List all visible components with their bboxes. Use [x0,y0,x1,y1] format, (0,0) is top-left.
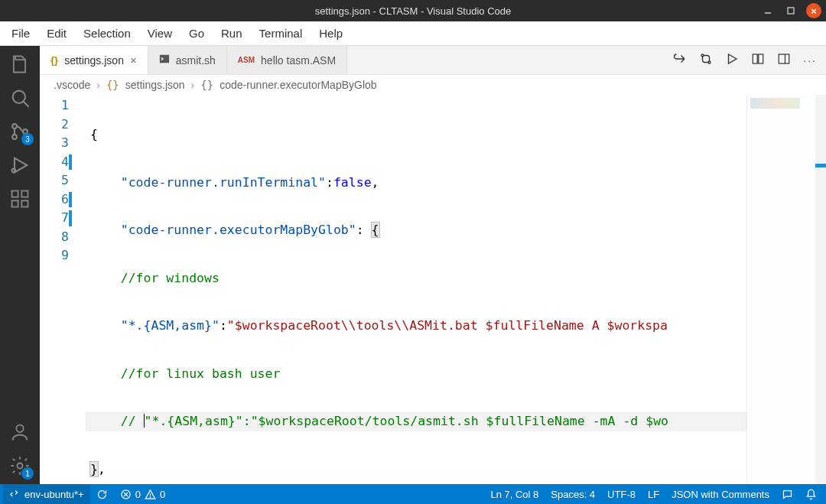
window-minimize[interactable] [760,3,776,18]
language-mode[interactable]: JSON with Comments [665,489,776,500]
chevron-right-icon: › [191,79,195,91]
activitybar: 3 1 [0,46,40,484]
menu-file[interactable]: File [3,24,38,43]
tab-label: asmit.sh [176,54,216,67]
svg-rect-9 [12,200,18,206]
svg-point-16 [708,61,711,63]
svg-point-2 [13,91,25,103]
cursor-position[interactable]: Ln 7, Col 8 [484,489,545,500]
scm-badge: 3 [21,133,34,145]
tab-hello-tasm[interactable]: ASM hello tasm.ASM [227,46,347,74]
gutter: 1 2 3 4 5 6 7 8 9 [40,95,86,484]
accounts-icon[interactable] [9,421,31,443]
svg-point-12 [16,425,23,432]
scroll-change-mark [815,164,826,167]
code-editor[interactable]: 1 2 3 4 5 6 7 8 9 { "code-runner.runInTe… [40,95,826,484]
code-content[interactable]: { "code-runner.runInTerminal":false, "co… [86,95,746,484]
source-control-icon[interactable]: 3 [9,121,31,142]
menu-help[interactable]: Help [311,24,351,43]
warning-icon [145,489,156,500]
code-runner-stop-icon[interactable] [673,52,687,68]
svg-point-7 [12,169,16,173]
close-icon: × [811,5,817,17]
eol[interactable]: LF [642,489,665,500]
sync-button[interactable] [90,484,114,504]
chevron-right-icon: › [96,79,100,91]
svg-point-4 [12,124,17,128]
svg-rect-18 [759,54,763,63]
breadcrumbs[interactable]: .vscode › {} settings.json › {} code-run… [40,75,826,95]
svg-rect-10 [21,200,28,206]
editor-tabs: {} settings.json × asmit.sh ASM hello ta… [40,46,826,75]
run-code-icon[interactable] [725,52,739,68]
svg-rect-19 [779,54,790,63]
sync-icon [96,489,108,500]
menu-selection[interactable]: Selection [75,24,139,43]
asm-icon: ASM [238,56,255,64]
svg-point-13 [18,463,23,469]
settings-badge: 1 [21,467,34,480]
breadcrumb-symbol[interactable]: code-runner.executorMapByGlob [220,79,376,91]
search-icon[interactable] [9,87,31,109]
svg-rect-8 [12,191,18,197]
remote-icon [9,489,21,500]
tab-close-icon[interactable]: × [130,54,137,67]
menu-go[interactable]: Go [180,24,213,43]
window-maximize[interactable] [783,3,798,18]
minimap-content [750,98,800,109]
feedback-icon[interactable] [776,489,799,500]
encoding[interactable]: UTF-8 [601,489,642,500]
breadcrumb-folder[interactable]: .vscode [54,79,90,91]
explorer-icon[interactable] [9,54,31,75]
minimap[interactable] [746,95,815,484]
git-compare-icon[interactable] [699,52,713,68]
menu-terminal[interactable]: Terminal [251,24,311,43]
json-icon: {} [106,79,119,91]
braces-icon: {} [200,79,213,91]
svg-rect-17 [753,54,758,63]
run-debug-icon[interactable] [9,154,31,176]
menu-edit[interactable]: Edit [38,24,75,43]
svg-line-3 [24,102,29,107]
tab-settings-json[interactable]: {} settings.json × [40,46,148,74]
problems-button[interactable]: 0 0 [114,484,171,504]
menu-view[interactable]: View [139,24,180,43]
svg-rect-14 [160,55,169,63]
menubar: File Edit Selection View Go Run Terminal… [0,21,826,46]
json-icon: {} [50,54,58,66]
maximize-icon [786,6,795,15]
remote-indicator[interactable]: env-ubuntu*+ [3,484,90,504]
statusbar: env-ubuntu*+ 0 0 Ln 7, Col 8 Spaces: 4 U… [0,484,826,504]
split-editor-icon[interactable] [751,52,765,68]
scrollbar[interactable] [815,95,826,484]
tab-asmit-sh[interactable]: asmit.sh [148,46,227,74]
svg-rect-11 [21,191,28,197]
window-title: settings.json - CLTASM - Visual Studio C… [315,5,512,17]
tab-label: hello tasm.ASM [261,54,336,67]
more-actions-icon[interactable]: ··· [803,54,817,67]
svg-point-5 [12,135,17,139]
svg-rect-1 [788,8,794,14]
tab-label: settings.json [64,54,124,67]
svg-point-15 [701,54,704,57]
editor-layout-icon[interactable] [777,52,791,68]
menu-run[interactable]: Run [213,24,251,43]
settings-gear-icon[interactable]: 1 [9,455,31,476]
window-close[interactable]: × [806,3,821,18]
minimize-icon [763,6,772,15]
error-icon [120,489,132,500]
extensions-icon[interactable] [9,188,31,210]
svg-point-25 [150,496,151,497]
titlebar: settings.json - CLTASM - Visual Studio C… [0,0,826,21]
indentation[interactable]: Spaces: 4 [545,489,601,500]
notifications-icon[interactable] [799,489,823,500]
shell-icon [159,54,170,67]
breadcrumb-file[interactable]: settings.json [125,79,185,91]
